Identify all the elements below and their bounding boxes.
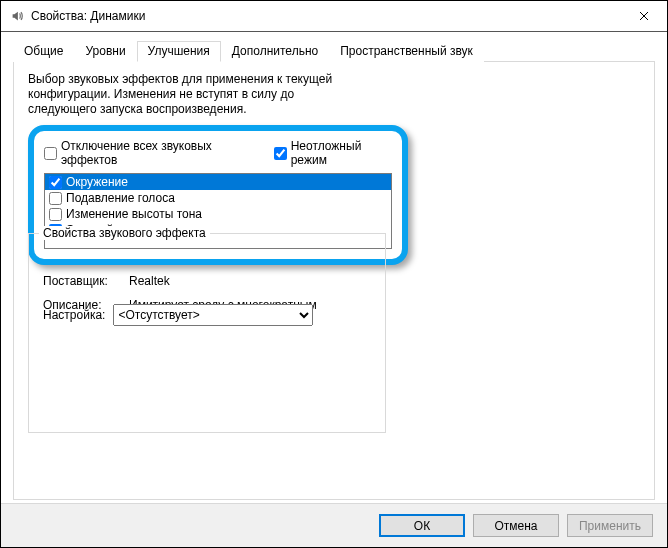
provider-value: Realtek — [129, 274, 371, 288]
titlebar: Свойства: Динамики — [1, 1, 667, 32]
effect-item-pitch-shift[interactable]: Изменение высоты тона — [45, 206, 391, 222]
effect-item-environment[interactable]: Окружение — [45, 174, 391, 190]
group-legend: Свойства звукового эффекта — [39, 226, 210, 240]
tab-content: Выбор звуковых эффектов для применения к… — [13, 62, 655, 500]
tab-bar: Общие Уровни Улучшения Дополнительно Про… — [13, 40, 655, 62]
effect-label: Окружение — [66, 175, 128, 189]
setting-row: Настройка: <Отсутствует> — [43, 304, 313, 326]
tab-advanced[interactable]: Дополнительно — [221, 41, 329, 62]
top-checkboxes: Отключение всех звуковых эффектов Неотло… — [44, 139, 392, 167]
close-button[interactable] — [621, 1, 667, 32]
effect-item-voice-suppression[interactable]: Подавление голоса — [45, 190, 391, 206]
disable-all-effects-input[interactable] — [44, 147, 57, 160]
tab-enhancements[interactable]: Улучшения — [137, 41, 221, 62]
window-title: Свойства: Динамики — [31, 9, 621, 23]
effect-label: Изменение высоты тона — [66, 207, 202, 221]
effect-label: Подавление голоса — [66, 191, 175, 205]
provider-key: Поставщик: — [43, 274, 123, 288]
setting-select[interactable]: <Отсутствует> — [113, 304, 313, 326]
ok-button[interactable]: ОК — [379, 514, 465, 537]
apply-button[interactable]: Применить — [567, 514, 653, 537]
tab-general[interactable]: Общие — [13, 41, 74, 62]
effect-properties-group: Свойства звукового эффекта Поставщик: Re… — [28, 233, 386, 433]
dialog-footer: ОК Отмена Применить — [1, 503, 667, 547]
disable-all-effects-label: Отключение всех звуковых эффектов — [61, 139, 256, 167]
immediate-mode-checkbox[interactable]: Неотложный режим — [274, 139, 392, 167]
tab-spatial[interactable]: Пространственный звук — [329, 41, 484, 62]
effect-check-voice-suppression[interactable] — [49, 192, 62, 205]
disable-all-effects-checkbox[interactable]: Отключение всех звуковых эффектов — [44, 139, 256, 167]
effect-check-environment[interactable] — [49, 176, 62, 189]
close-icon — [639, 11, 649, 21]
immediate-mode-input[interactable] — [274, 147, 287, 160]
immediate-mode-label: Неотложный режим — [291, 139, 392, 167]
dialog-body: Общие Уровни Улучшения Дополнительно Про… — [1, 32, 667, 500]
tab-levels[interactable]: Уровни — [74, 41, 136, 62]
cancel-button[interactable]: Отмена — [473, 514, 559, 537]
effect-check-pitch-shift[interactable] — [49, 208, 62, 221]
speaker-icon — [9, 8, 25, 24]
intro-text: Выбор звуковых эффектов для применения к… — [28, 72, 358, 117]
setting-key: Настройка: — [43, 308, 105, 322]
properties-dialog: Свойства: Динамики Общие Уровни Улучшени… — [0, 0, 668, 548]
